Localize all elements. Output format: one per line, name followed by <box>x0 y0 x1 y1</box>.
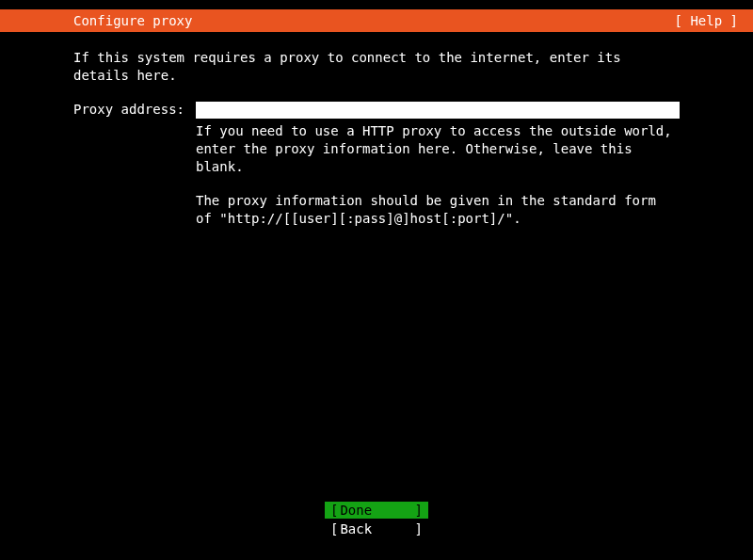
bracket-icon: ] <box>415 502 423 519</box>
main-content: If this system requires a proxy to conne… <box>0 32 753 228</box>
intro-text: If this system requires a proxy to conne… <box>73 49 680 85</box>
footer-buttons: [ Done ] [ Back ] <box>0 502 753 537</box>
done-button[interactable]: [ Done ] <box>325 502 428 519</box>
proxy-input-wrap <box>196 102 680 119</box>
page-title: Configure proxy <box>73 13 192 28</box>
proxy-label: Proxy address: <box>73 102 196 117</box>
back-button[interactable]: [ Back ] <box>325 520 428 537</box>
help-button[interactable]: [ Help ] <box>675 13 738 28</box>
proxy-row: Proxy address: <box>73 102 680 119</box>
proxy-help-text-1: If you need to use a HTTP proxy to acces… <box>196 122 680 176</box>
proxy-help-text-2: The proxy information should be given in… <box>196 192 680 228</box>
done-label: Done <box>338 503 372 518</box>
header-bar: Configure proxy [ Help ] <box>0 9 753 32</box>
bracket-icon: ] <box>415 520 423 537</box>
proxy-address-input[interactable] <box>196 102 680 119</box>
back-label: Back <box>338 521 372 536</box>
